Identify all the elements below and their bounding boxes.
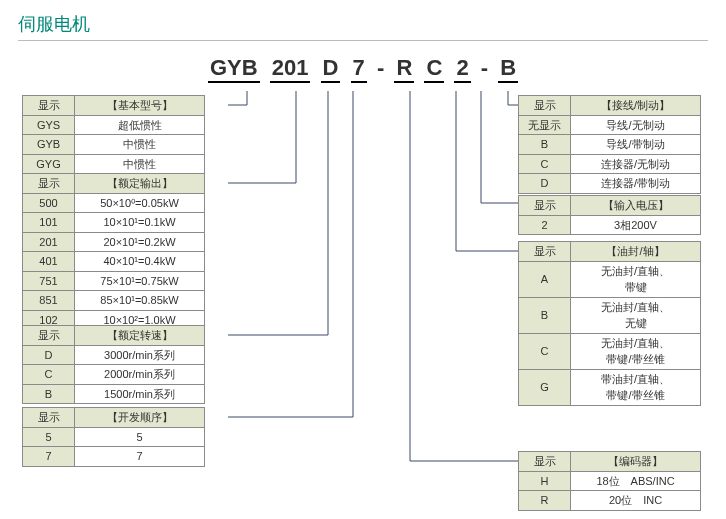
- seg-enc: R: [394, 55, 414, 83]
- seg-conn: B: [498, 55, 518, 83]
- table-row: R20位 INC: [519, 491, 701, 511]
- table-basic: 显示【基本型号】 GYS超低惯性 GYB中惯性 GYG中惯性: [22, 95, 205, 174]
- page-title: 伺服电机: [18, 12, 708, 41]
- col-desc: 【编码器】: [571, 452, 701, 472]
- table-row: D3000r/min系列: [23, 345, 205, 365]
- table-row: C连接器/无制动: [519, 154, 701, 174]
- table-row: 55: [23, 427, 205, 447]
- seg-devseq: 7: [351, 55, 367, 83]
- table-volt: 显示【输入电压】 23相200V: [518, 195, 701, 235]
- table-row: 50050×10⁰=0.05kW: [23, 193, 205, 213]
- col-display: 显示: [519, 96, 571, 116]
- col-desc: 【额定转速】: [75, 326, 205, 346]
- dash: -: [479, 55, 490, 81]
- dash: -: [375, 55, 386, 81]
- table-enc: 显示【编码器】 H18位 ABS/INC R20位 INC: [518, 451, 701, 511]
- table-row: 85185×10¹=0.85kW: [23, 291, 205, 311]
- col-display: 显示: [519, 196, 571, 216]
- table-row: 75175×10¹=0.75kW: [23, 271, 205, 291]
- table-row: B1500r/min系列: [23, 384, 205, 404]
- table-output: 显示【额定输出】 50050×10⁰=0.05kW 10110×10¹=0.1k…: [22, 173, 205, 330]
- table-shaft: 显示【油封/轴】 A无油封/直轴、 带键 B无油封/直轴、 无键 C无油封/直轴…: [518, 241, 701, 406]
- col-desc: 【开发顺序】: [75, 408, 205, 428]
- seg-shaft: C: [424, 55, 444, 83]
- table-row: 无显示导线/无制动: [519, 115, 701, 135]
- table-row: 77: [23, 447, 205, 467]
- table-devseq: 显示【开发顺序】 55 77: [22, 407, 205, 467]
- table-row: 20120×10¹=0.2kW: [23, 232, 205, 252]
- seg-speed: D: [321, 55, 341, 83]
- col-display: 显示: [23, 96, 75, 116]
- seg-volt: 2: [454, 55, 470, 83]
- table-row: 40140×10¹=0.4kW: [23, 252, 205, 272]
- col-display: 显示: [23, 174, 75, 194]
- table-row: GYG中惯性: [23, 154, 205, 174]
- diagram-area: 显示【基本型号】 GYS超低惯性 GYB中惯性 GYG中惯性 显示【额定输出】 …: [18, 91, 708, 519]
- col-display: 显示: [519, 242, 571, 262]
- model-number: GYB 201 D 7 - R C 2 - B: [18, 55, 708, 83]
- table-row: C2000r/min系列: [23, 365, 205, 385]
- table-conn: 显示【接线/制动】 无显示导线/无制动 B导线/带制动 C连接器/无制动 D连接…: [518, 95, 701, 194]
- table-row: B无油封/直轴、 无键: [519, 297, 701, 333]
- col-display: 显示: [519, 452, 571, 472]
- table-row: D连接器/带制动: [519, 174, 701, 194]
- col-display: 显示: [23, 408, 75, 428]
- table-row: B导线/带制动: [519, 135, 701, 155]
- seg-output: 201: [270, 55, 311, 83]
- table-row: GYB中惯性: [23, 135, 205, 155]
- table-row: H18位 ABS/INC: [519, 471, 701, 491]
- seg-basic: GYB: [208, 55, 260, 83]
- table-speed: 显示【额定转速】 D3000r/min系列 C2000r/min系列 B1500…: [22, 325, 205, 404]
- col-desc: 【接线/制动】: [571, 96, 701, 116]
- col-desc: 【基本型号】: [75, 96, 205, 116]
- col-display: 显示: [23, 326, 75, 346]
- table-row: G带油封/直轴、 带键/带丝锥: [519, 369, 701, 405]
- col-desc: 【油封/轴】: [571, 242, 701, 262]
- table-row: GYS超低惯性: [23, 115, 205, 135]
- col-desc: 【输入电压】: [571, 196, 701, 216]
- table-row: C无油封/直轴、 带键/带丝锥: [519, 333, 701, 369]
- table-row: 23相200V: [519, 215, 701, 235]
- table-row: A无油封/直轴、 带键: [519, 261, 701, 297]
- col-desc: 【额定输出】: [75, 174, 205, 194]
- table-row: 10110×10¹=0.1kW: [23, 213, 205, 233]
